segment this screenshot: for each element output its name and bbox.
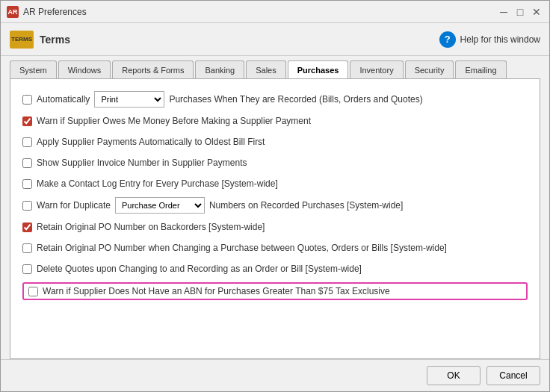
tab-reports-forms[interactable]: Reports & Forms — [112, 60, 194, 78]
tab-system[interactable]: System — [10, 60, 57, 78]
close-button[interactable]: ✕ — [530, 5, 543, 19]
option-contact-log: Make a Contact Log Entry for Every Purch… — [22, 176, 528, 191]
terms-icon: TERMS — [10, 31, 34, 49]
show-invoice-text: Show Supplier Invoice Number in Supplier… — [37, 158, 247, 168]
ok-button[interactable]: OK — [427, 366, 481, 385]
option-automatically: Automatically Print Email Print & Email … — [22, 91, 528, 108]
option-warn-abn-highlighted: Warn if Supplier Does Not Have an ABN fo… — [22, 282, 528, 300]
footer: OK Cancel — [1, 359, 549, 391]
delete-quotes-text: Delete Quotes upon Changing to and Recor… — [37, 264, 362, 274]
tab-banking[interactable]: Banking — [195, 60, 244, 78]
option-apply-supplier: Apply Supplier Payments Automatically to… — [22, 134, 528, 149]
window-title: AR Preferences — [23, 7, 497, 17]
warn-duplicate-text: Numbers on Recorded Purchases [System-wi… — [209, 200, 403, 211]
option-delete-quotes: Delete Quotes upon Changing to and Recor… — [22, 261, 528, 276]
help-label: Help for this window — [460, 34, 540, 45]
tab-inventory[interactable]: Inventory — [350, 60, 403, 78]
window-controls: ─ □ ✕ — [497, 5, 543, 19]
checkbox-warn-duplicate[interactable] — [22, 201, 32, 211]
minimize-button[interactable]: ─ — [497, 5, 510, 19]
tab-security[interactable]: Security — [405, 60, 454, 78]
tabs-container: System Windows Reports & Forms Banking S… — [1, 56, 549, 78]
checkbox-retain-po-backorders[interactable] — [22, 223, 32, 232]
option-retain-po-backorders: Retain Original PO Number on Backorders … — [22, 220, 528, 234]
checkbox-retain-po-changing[interactable] — [22, 243, 32, 253]
ar-preferences-window: AR AR Preferences ─ □ ✕ TERMS Terms ? He… — [0, 0, 550, 392]
purchase-order-select[interactable]: Purchase Order Supplier Invoice — [115, 197, 205, 214]
option-warn-supplier-owes: Warn if Supplier Owes Me Money Before Ma… — [22, 113, 528, 128]
checkbox-apply-supplier[interactable] — [22, 137, 32, 147]
option-warn-duplicate: Warn for Duplicate Purchase Order Suppli… — [22, 197, 528, 214]
checkbox-contact-log[interactable] — [22, 179, 32, 189]
toolbar-title: Terms — [40, 34, 70, 46]
automatically-text: Purchases When They are Recorded (Bills,… — [169, 94, 422, 105]
tab-purchases[interactable]: Purchases — [288, 60, 349, 78]
retain-po-backorders-text: Retain Original PO Number on Backorders … — [37, 222, 265, 232]
tab-sales[interactable]: Sales — [246, 60, 286, 78]
checkbox-show-invoice[interactable] — [22, 158, 32, 168]
checkbox-warn-supplier-owes[interactable] — [22, 116, 32, 126]
checkbox-automatically[interactable] — [22, 95, 32, 105]
print-select[interactable]: Print Email Print & Email — [94, 91, 164, 108]
checkbox-warn-abn[interactable] — [28, 287, 38, 296]
option-show-invoice: Show Supplier Invoice Number in Supplier… — [22, 155, 528, 170]
warn-duplicate-label: Warn for Duplicate — [37, 200, 111, 211]
titlebar: AR AR Preferences ─ □ ✕ — [1, 1, 549, 23]
toolbar: TERMS Terms ? Help for this window — [1, 23, 549, 56]
option-retain-po-changing: Retain Original PO Number when Changing … — [22, 240, 528, 255]
content-area: Automatically Print Email Print & Email … — [10, 78, 540, 359]
warn-supplier-owes-text: Warn if Supplier Owes Me Money Before Ma… — [37, 116, 311, 126]
help-icon: ? — [439, 31, 456, 48]
tab-emailing[interactable]: Emailing — [455, 60, 506, 78]
automatically-label: Automatically — [37, 94, 90, 105]
app-icon: AR — [7, 6, 19, 18]
retain-po-changing-text: Retain Original PO Number when Changing … — [37, 243, 447, 253]
maximize-button[interactable]: □ — [513, 5, 527, 19]
help-button[interactable]: ? Help for this window — [439, 31, 540, 48]
contact-log-text: Make a Contact Log Entry for Every Purch… — [37, 178, 278, 189]
tab-windows[interactable]: Windows — [58, 60, 111, 78]
cancel-button[interactable]: Cancel — [486, 366, 540, 385]
checkbox-delete-quotes[interactable] — [22, 264, 32, 274]
warn-abn-text: Warn if Supplier Does Not Have an ABN fo… — [43, 286, 390, 296]
apply-supplier-text: Apply Supplier Payments Automatically to… — [37, 137, 265, 147]
